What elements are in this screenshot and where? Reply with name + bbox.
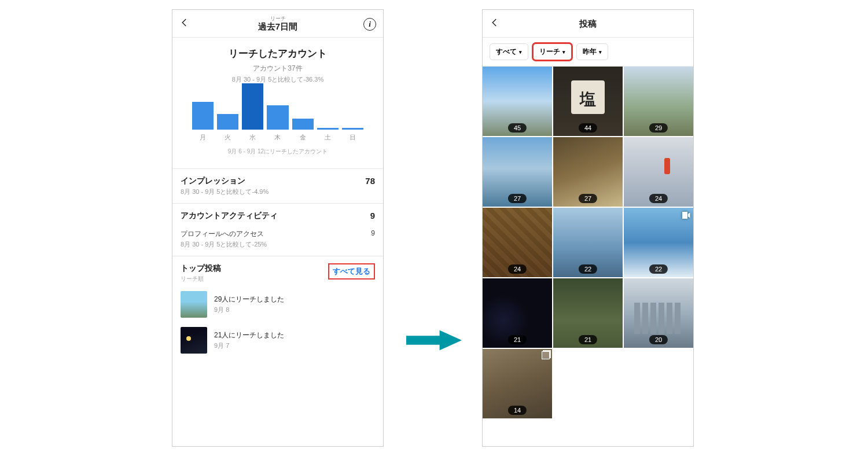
bar	[267, 105, 288, 130]
impressions-value: 78	[365, 176, 375, 186]
top-post-item[interactable]: 21人にリーチしました 9月 7	[172, 322, 383, 358]
filter-all[interactable]: すべて ▾	[490, 43, 528, 60]
header-title: 過去7日間	[192, 21, 363, 32]
reach-badge: 22	[579, 264, 597, 274]
post-cell[interactable]: 22	[624, 208, 693, 277]
reach-badge: 44	[579, 123, 597, 133]
header-title: 投稿	[502, 19, 674, 30]
reach-compare: 8月 30 - 9月 5と比較して-36.3%	[179, 75, 376, 84]
back-icon[interactable]	[490, 17, 502, 31]
impressions-compare: 8月 30 - 9月 5と比較して-4.9%	[181, 187, 365, 196]
header: リーチ 過去7日間 i	[172, 10, 383, 38]
bar-column: 日	[342, 128, 363, 142]
bar	[192, 102, 214, 130]
top-posts-section: トップ投稿 リーチ順 すべて見る 29人にリーチしました 9月 8 21人にリー…	[172, 256, 383, 358]
bar	[342, 128, 363, 130]
reach-badge: 24	[649, 194, 668, 203]
bar	[317, 128, 339, 130]
post-cell[interactable]: 27	[483, 137, 552, 207]
reach-badge: 21	[579, 335, 597, 344]
reach-badge: 29	[649, 123, 668, 133]
reach-badge: 45	[508, 123, 527, 133]
video-icon	[681, 210, 691, 220]
impressions-label: インプレッション	[181, 176, 365, 186]
reach-badge: 24	[508, 264, 527, 274]
reach-chart: 月火水木金土日 9月 6 - 9月 12にリーチしたアカウント	[179, 84, 376, 163]
bar-label: 金	[300, 133, 306, 142]
bar-column: 火	[217, 114, 238, 142]
header: 投稿	[483, 10, 693, 38]
back-icon[interactable]	[179, 17, 192, 31]
post-reach-text: 29人にリーチしました	[214, 295, 284, 304]
bar-label: 土	[325, 133, 331, 142]
reach-accounts: アカウント37件	[179, 64, 376, 73]
bar-label: 木	[274, 133, 281, 142]
activity-value: 9	[370, 211, 375, 221]
post-cell[interactable]: 21	[483, 278, 552, 348]
post-reach-text: 21人にリーチしました	[214, 330, 284, 340]
post-thumbnail	[181, 327, 207, 354]
top-post-item[interactable]: 29人にリーチしました 9月 8	[172, 286, 383, 322]
post-cell[interactable]: 29	[624, 67, 693, 136]
svg-marker-0	[406, 330, 462, 351]
bar	[292, 119, 314, 130]
filter-year[interactable]: 昨年 ▾	[576, 43, 608, 60]
bar-column: 木	[267, 105, 288, 142]
activity-label: アカウントアクティビティ	[181, 211, 278, 221]
chevron-down-icon: ▾	[562, 49, 565, 55]
bar-label: 日	[350, 133, 356, 142]
bar-column: 土	[317, 128, 339, 142]
filter-reach[interactable]: リーチ ▾	[533, 43, 572, 60]
post-date: 9月 8	[214, 306, 284, 314]
posts-grid: 45442927272424222221212014	[483, 67, 693, 418]
bar	[242, 83, 263, 130]
reach-badge: 27	[508, 194, 527, 203]
activity-row[interactable]: アカウントアクティビティ 9 プロフィールへのアクセス 9 8月 30 - 9月…	[172, 204, 383, 256]
bar	[217, 114, 238, 130]
post-thumbnail	[181, 291, 207, 318]
header-subtitle: リーチ	[192, 16, 363, 22]
info-icon[interactable]: i	[363, 18, 376, 31]
reach-badge: 27	[579, 194, 597, 203]
activity-compare: 8月 30 - 9月 5と比較して-25%	[181, 240, 375, 249]
reach-badge: 22	[649, 264, 668, 274]
post-date: 9月 7	[214, 341, 284, 350]
reach-summary: リーチしたアカウント アカウント37件 8月 30 - 9月 5と比較して-36…	[172, 38, 383, 169]
profile-visits-value: 9	[371, 229, 375, 239]
post-cell[interactable]: 24	[483, 208, 552, 277]
insights-screen: リーチ 過去7日間 i リーチしたアカウント アカウント37件 8月 30 - …	[172, 9, 384, 447]
filter-reach-label: リーチ	[539, 47, 560, 57]
posts-screen: 投稿 すべて ▾ リーチ ▾ 昨年 ▾ 45442927272424222221…	[482, 9, 694, 447]
carousel-icon	[542, 351, 550, 359]
reach-badge: 20	[649, 335, 668, 344]
filter-bar: すべて ▾ リーチ ▾ 昨年 ▾	[483, 38, 693, 67]
filter-year-label: 昨年	[583, 47, 597, 57]
chevron-down-icon: ▾	[599, 49, 602, 55]
bar-column: 水	[242, 83, 263, 142]
bar-label: 火	[225, 133, 231, 142]
see-all-link[interactable]: すべて見る	[328, 263, 375, 280]
post-cell[interactable]: 45	[483, 67, 552, 136]
chevron-down-icon: ▾	[519, 49, 522, 55]
bar-column: 金	[292, 119, 314, 142]
top-posts-order: リーチ順	[181, 275, 221, 283]
arrow-icon	[406, 330, 462, 351]
post-cell[interactable]: 22	[553, 208, 623, 277]
filter-all-label: すべて	[496, 47, 517, 57]
reach-badge: 21	[508, 335, 527, 344]
reach-title: リーチしたアカウント	[179, 47, 376, 60]
impressions-row[interactable]: インプレッション 8月 30 - 9月 5と比較して-4.9% 78	[172, 169, 383, 204]
post-cell[interactable]: 21	[553, 278, 623, 348]
profile-visits-label: プロフィールへのアクセス	[181, 229, 264, 239]
post-cell[interactable]: 27	[553, 137, 623, 207]
post-cell[interactable]: 44	[553, 67, 623, 136]
reach-badge: 14	[508, 406, 527, 415]
post-cell[interactable]: 14	[483, 349, 552, 418]
bar-column: 月	[192, 102, 214, 142]
chart-caption: 9月 6 - 9月 12にリーチしたアカウント	[190, 148, 366, 156]
post-cell[interactable]: 20	[624, 278, 693, 348]
top-posts-title: トップ投稿	[181, 263, 221, 274]
header-title-block: リーチ 過去7日間	[192, 16, 363, 33]
bar-label: 水	[249, 133, 256, 142]
post-cell[interactable]: 24	[624, 137, 693, 207]
